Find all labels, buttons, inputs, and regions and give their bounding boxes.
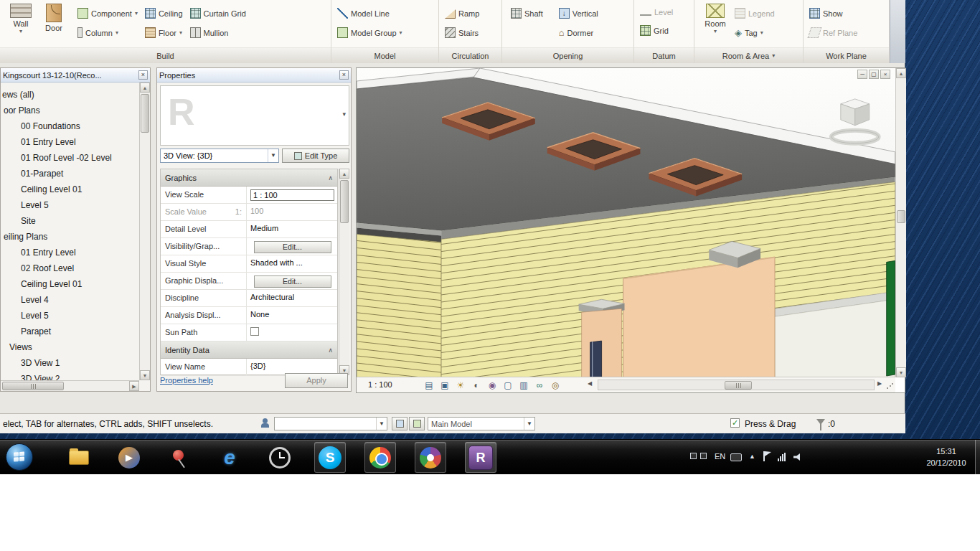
collapse-icon[interactable]: ∧ [328,174,333,182]
shadows-icon[interactable]: ◐ [470,380,483,391]
network-icon[interactable] [778,453,788,461]
tree-item[interactable]: 01 Roof Level -02 Level [1,150,139,166]
scrollbar-thumb[interactable] [340,180,349,223]
view-scale-button[interactable]: 1 : 100 [368,380,392,389]
show-desktop-button[interactable] [975,440,980,475]
reveal-hidden-elements-icon[interactable]: ◎ [549,380,562,391]
analysis-display-field[interactable]: None [250,310,269,319]
restore-icon[interactable]: ▢ [869,70,879,79]
tray-clock[interactable]: 15:31 20/12/2010 [918,446,974,468]
edit-type-button[interactable]: Edit Type [282,149,349,163]
scroll-up-icon[interactable]: ▲ [896,68,906,78]
room-button[interactable]: Room ▾ [699,1,732,46]
dormer-button[interactable]: ⌂ Dormer [559,27,598,38]
taskbar-chrome-button[interactable] [364,442,396,473]
scroll-left-icon[interactable]: ◀ [588,380,592,387]
apply-button[interactable]: Apply [285,373,348,388]
tree-item[interactable]: Level 5 [1,308,139,324]
detail-level-field[interactable]: Medium [250,224,278,232]
design-option-select[interactable]: Main Model ▼ [428,417,535,430]
model-canvas[interactable] [357,68,895,377]
taskbar-revit-button[interactable]: R [465,442,496,473]
taskbar-clock-app-button[interactable] [264,442,296,473]
close-icon[interactable]: × [880,70,890,79]
design-options-dialog-button[interactable] [409,417,425,430]
scroll-up-icon[interactable]: ▲ [140,83,150,93]
graphic-display-edit-button[interactable]: Edit... [254,276,331,288]
scroll-right-icon[interactable]: ▶ [129,381,139,391]
visual-style-field[interactable]: Shaded with ... [250,258,303,267]
panel-label-model[interactable]: Model [331,47,438,63]
project-browser-titlebar[interactable]: Kingscourt 13-12-10(Reco... × [1,68,150,83]
ramp-button[interactable]: Ramp [445,8,479,19]
close-icon[interactable]: × [138,70,148,80]
drawing-vscrollbar[interactable]: ▲ ▼ [895,68,906,377]
sun-path-icon[interactable]: ☀ [454,380,467,391]
volume-icon[interactable] [793,453,802,461]
scrollbar-thumb[interactable] [141,94,149,133]
legend-button[interactable]: Legend [735,8,775,19]
collapse-icon[interactable]: ∧ [328,347,333,354]
ref-plane-button[interactable]: Ref Plane [809,27,857,38]
panel-label-build[interactable]: Build [0,47,331,63]
keyboard-icon[interactable] [730,453,742,461]
type-preview[interactable]: R ▾ [160,85,349,146]
panel-label-datum[interactable]: Datum [634,47,694,63]
vertical-opening-button[interactable]: ↓ Vertical [559,8,598,19]
taskbar-explorer-button[interactable] [63,442,95,473]
tree-item[interactable]: ews (all) [1,87,139,103]
taskbar-picasa-button[interactable] [415,442,446,473]
tree-item[interactable]: Ceiling Level 01 [1,182,139,197]
show-hidden-icons[interactable]: ▲ [749,453,755,460]
tag-button[interactable]: ◈ Tag ▾ [735,27,775,38]
project-browser-hscrollbar[interactable]: ▶ [1,380,139,391]
resize-grip[interactable] [885,382,894,390]
model-3d-view[interactable] [357,68,895,377]
tree-item[interactable]: 01 Entry Level [1,245,139,260]
start-button[interactable] [6,443,33,471]
column-button[interactable]: Column ▾ [77,27,138,38]
tree-item[interactable]: Level 5 [1,197,139,213]
temporary-hide-isolate-icon[interactable]: ∞ [533,380,546,391]
wall-button[interactable]: Wall ▾ [4,1,37,46]
stairs-button[interactable]: Stairs [445,27,479,38]
language-indicator[interactable]: EN [715,452,725,461]
sun-path-checkbox[interactable] [250,327,259,336]
visual-style-icon[interactable]: ▣ [438,380,451,391]
visibility-edit-button[interactable]: Edit... [254,241,331,253]
properties-vscrollbar[interactable]: ▲ ▼ [339,169,349,375]
taskbar-media-player-button[interactable]: ▶ [113,442,145,473]
properties-help-link[interactable]: Properties help [160,376,213,385]
tree-item[interactable]: Ceiling Level 01 [1,276,139,292]
section-header-identity[interactable]: Identity Data∧ [161,342,337,359]
panel-label-room-area[interactable]: Room & Area▾ [694,47,803,63]
model-line-button[interactable]: Model Line [337,8,402,19]
properties-titlebar[interactable]: Properties × [157,68,351,83]
ceiling-button[interactable]: Ceiling [145,8,183,19]
tree-item[interactable]: 3D View 1 [1,355,139,371]
detail-level-icon[interactable]: ▤ [423,380,435,391]
show-rendering-icon[interactable]: ◉ [486,380,499,391]
panel-label-opening[interactable]: Opening [502,47,633,63]
show-crop-region-icon[interactable]: ▥ [517,380,530,391]
tree-item[interactable]: oor Plans [1,103,139,118]
component-button[interactable]: Component ▾ [77,8,138,19]
tree-item[interactable]: Views [1,339,139,355]
tree-item[interactable]: 01-Parapet [1,166,139,182]
door-button[interactable]: Door [37,1,70,46]
floor-button[interactable]: Floor ▾ [145,27,183,38]
active-workset-select[interactable]: ▼ [274,417,387,430]
section-header-graphics[interactable]: Graphics∧ [161,169,337,187]
tree-item[interactable]: 01 Entry Level [1,134,139,150]
tree-item[interactable]: 3D View 2 [1,371,139,380]
taskbar-ie-button[interactable]: e [214,442,245,473]
tray-window-icon[interactable] [690,453,697,459]
crop-view-icon[interactable]: ▢ [501,380,514,391]
filter-icon[interactable] [816,419,825,425]
action-center-icon[interactable] [763,451,765,461]
type-selector[interactable]: 3D View: {3D} ▼ [160,149,279,163]
worksets-dialog-button[interactable] [392,417,407,430]
close-icon[interactable]: × [339,70,349,80]
curtain-grid-button[interactable]: Curtain Grid [190,8,246,19]
tree-item[interactable]: 00 Foundations [1,118,139,134]
